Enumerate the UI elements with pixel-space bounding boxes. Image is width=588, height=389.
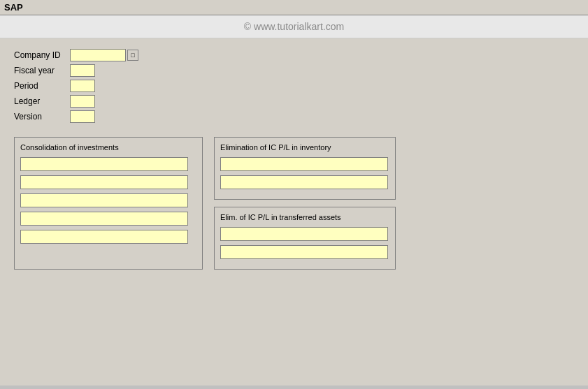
period-row: Period: [14, 80, 574, 92]
version-input[interactable]: [70, 110, 95, 123]
elimination-inventory-input-2[interactable]: [220, 175, 388, 189]
company-id-lookup-button[interactable]: □: [127, 50, 138, 61]
form-section: Company ID □ Fiscal year Period Ledger V…: [14, 49, 574, 123]
watermark-text: © www.tutorialkart.com: [244, 21, 344, 32]
watermark-bar: © www.tutorialkart.com: [0, 15, 588, 38]
period-label: Period: [14, 81, 70, 91]
fiscal-year-label: Fiscal year: [14, 66, 70, 75]
fiscal-year-input[interactable]: [70, 64, 95, 77]
right-panels: Elimination of IC P/L in inventory Elim.…: [214, 137, 396, 270]
version-label: Version: [14, 112, 70, 122]
elimination-assets-title: Elim. of IC P/L in transferred assets: [220, 213, 389, 221]
ledger-label: Ledger: [14, 96, 70, 106]
consolidation-panel-title: Consolidation of investments: [20, 143, 196, 152]
app-title: SAP: [4, 2, 23, 13]
ledger-input[interactable]: [70, 95, 95, 108]
consolidation-panel: Consolidation of investments: [14, 137, 203, 270]
elimination-inventory-input-1[interactable]: [220, 157, 388, 171]
elimination-assets-panel: Elim. of IC P/L in transferred assets: [214, 207, 396, 270]
fiscal-year-row: Fiscal year: [14, 64, 574, 77]
company-id-label: Company ID: [14, 50, 70, 60]
elimination-assets-input-1[interactable]: [220, 227, 388, 241]
elimination-inventory-panel: Elimination of IC P/L in inventory: [214, 137, 396, 200]
consolidation-input-1[interactable]: [20, 157, 188, 171]
consolidation-input-3[interactable]: [20, 193, 188, 207]
elimination-assets-input-2[interactable]: [220, 245, 388, 259]
company-id-input[interactable]: [70, 49, 126, 61]
period-input[interactable]: [70, 80, 95, 92]
title-bar: SAP: [0, 0, 588, 15]
company-id-row: Company ID □: [14, 49, 574, 61]
panels-row: Consolidation of investments Elimination…: [14, 137, 574, 270]
consolidation-input-4[interactable]: [20, 212, 188, 226]
consolidation-input-2[interactable]: [20, 175, 188, 189]
version-row: Version: [14, 110, 574, 123]
ledger-row: Ledger: [14, 95, 574, 108]
consolidation-input-5[interactable]: [20, 230, 188, 244]
elimination-inventory-title: Elimination of IC P/L in inventory: [220, 143, 389, 152]
main-content: Company ID □ Fiscal year Period Ledger V…: [0, 38, 588, 386]
